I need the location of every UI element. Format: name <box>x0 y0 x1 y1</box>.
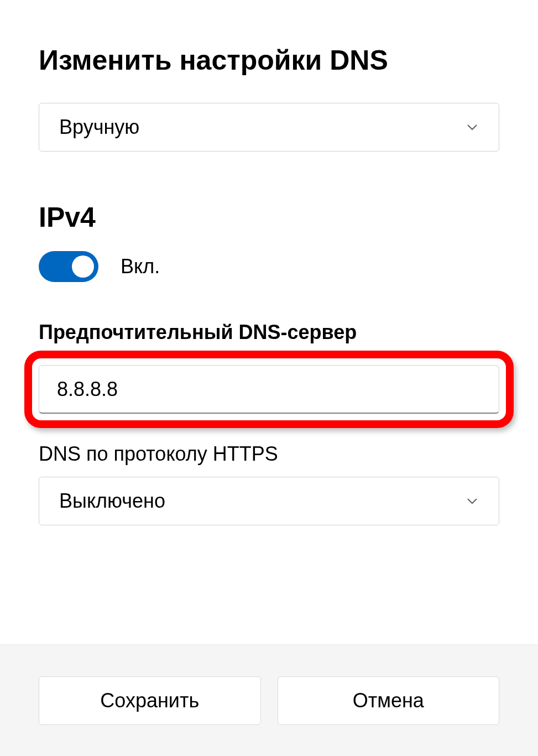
cancel-button[interactable]: Отмена <box>278 676 500 725</box>
ipv4-toggle[interactable] <box>39 251 98 282</box>
dialog-title: Изменить настройки DNS <box>39 44 499 76</box>
dns-mode-dropdown[interactable]: Вручную <box>39 103 499 152</box>
dns-https-dropdown[interactable]: Выключено <box>39 477 499 525</box>
preferred-dns-label: Предпочтительный DNS-сервер <box>39 321 499 344</box>
toggle-thumb <box>72 256 94 278</box>
dns-https-label: DNS по протоколу HTTPS <box>39 442 499 466</box>
chevron-down-icon <box>466 494 479 508</box>
ipv4-heading: IPv4 <box>39 201 499 233</box>
ipv4-toggle-label: Вкл. <box>121 255 160 278</box>
preferred-dns-input[interactable] <box>39 365 499 414</box>
dialog-footer: Сохранить Отмена <box>0 644 538 756</box>
dns-https-selected: Выключено <box>59 489 165 513</box>
preferred-dns-highlight <box>24 351 514 428</box>
dns-mode-selected: Вручную <box>59 116 139 139</box>
chevron-down-icon <box>466 121 479 134</box>
save-button[interactable]: Сохранить <box>39 676 261 725</box>
